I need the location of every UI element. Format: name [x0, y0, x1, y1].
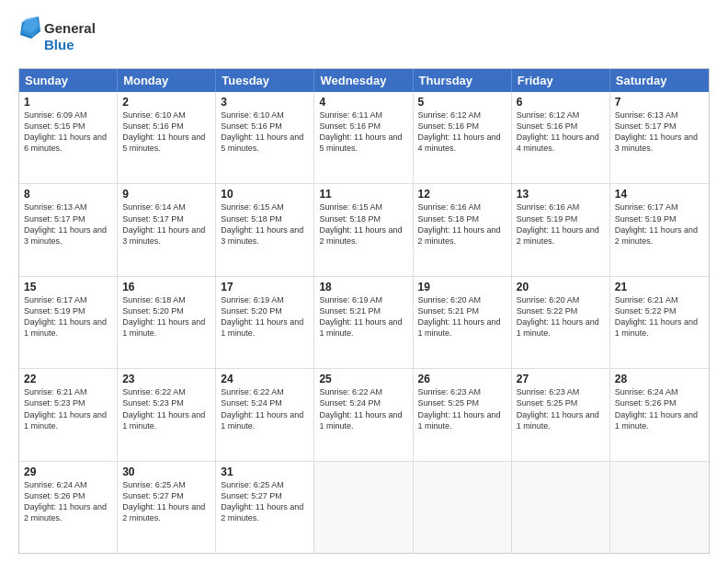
day-number: 28 [615, 373, 704, 385]
calendar-cell: 4 Sunrise: 6:11 AM Sunset: 5:16 PM Dayli… [314, 92, 413, 183]
calendar-cell: 17 Sunrise: 6:19 AM Sunset: 5:20 PM Dayl… [216, 277, 314, 368]
week-row-2: 8 Sunrise: 6:13 AM Sunset: 5:17 PM Dayli… [19, 183, 709, 275]
day-number: 19 [418, 281, 506, 293]
cell-info: Sunrise: 6:22 AM Sunset: 5:23 PM Dayligh… [122, 386, 210, 431]
week-row-5: 29 Sunrise: 6:24 AM Sunset: 5:26 PM Dayl… [19, 461, 709, 553]
calendar-cell: 2 Sunrise: 6:10 AM Sunset: 5:16 PM Dayli… [118, 92, 216, 183]
cell-info: Sunrise: 6:22 AM Sunset: 5:24 PM Dayligh… [319, 386, 407, 431]
cell-info: Sunrise: 6:18 AM Sunset: 5:20 PM Dayligh… [122, 294, 210, 339]
week-row-1: 1 Sunrise: 6:09 AM Sunset: 5:15 PM Dayli… [19, 92, 709, 183]
day-number: 13 [517, 188, 605, 201]
calendar-cell: 5 Sunrise: 6:12 AM Sunset: 5:16 PM Dayli… [414, 92, 512, 183]
day-number: 7 [615, 96, 704, 109]
cell-info: Sunrise: 6:09 AM Sunset: 5:15 PM Dayligh… [24, 109, 112, 155]
day-number: 6 [517, 96, 605, 109]
header-thursday: Thursday [414, 69, 512, 92]
cell-info: Sunrise: 6:10 AM Sunset: 5:16 PM Dayligh… [122, 109, 210, 155]
cell-info: Sunrise: 6:13 AM Sunset: 5:17 PM Dayligh… [615, 109, 704, 155]
week-row-3: 15 Sunrise: 6:17 AM Sunset: 5:19 PM Dayl… [19, 276, 709, 368]
day-number: 27 [517, 373, 605, 385]
header-saturday: Saturday [610, 69, 709, 92]
calendar-cell [610, 462, 709, 553]
header-tuesday: Tuesday [216, 69, 314, 92]
calendar-cell [314, 462, 413, 553]
calendar-cell: 28 Sunrise: 6:24 AM Sunset: 5:26 PM Dayl… [610, 369, 709, 460]
cell-info: Sunrise: 6:24 AM Sunset: 5:26 PM Dayligh… [24, 479, 112, 524]
cell-info: Sunrise: 6:19 AM Sunset: 5:20 PM Dayligh… [221, 294, 309, 339]
cell-info: Sunrise: 6:23 AM Sunset: 5:25 PM Dayligh… [517, 386, 605, 431]
day-number: 22 [24, 373, 112, 385]
calendar-cell: 16 Sunrise: 6:18 AM Sunset: 5:20 PM Dayl… [118, 277, 216, 368]
calendar-cell: 26 Sunrise: 6:23 AM Sunset: 5:25 PM Dayl… [414, 369, 512, 460]
day-number: 8 [24, 188, 112, 201]
calendar-cell: 21 Sunrise: 6:21 AM Sunset: 5:22 PM Dayl… [610, 277, 709, 368]
header-sunday: Sunday [19, 69, 118, 92]
calendar-cell: 9 Sunrise: 6:14 AM Sunset: 5:17 PM Dayli… [118, 184, 216, 275]
calendar-cell [414, 462, 512, 553]
cell-info: Sunrise: 6:21 AM Sunset: 5:22 PM Dayligh… [615, 294, 704, 339]
day-number: 21 [615, 281, 704, 293]
cell-info: Sunrise: 6:23 AM Sunset: 5:25 PM Dayligh… [418, 386, 506, 431]
day-number: 17 [221, 281, 309, 293]
day-number: 24 [221, 373, 309, 385]
calendar-cell: 24 Sunrise: 6:22 AM Sunset: 5:24 PM Dayl… [216, 369, 314, 460]
calendar-cell: 6 Sunrise: 6:12 AM Sunset: 5:16 PM Dayli… [512, 92, 610, 183]
svg-text:Blue: Blue [44, 37, 74, 52]
svg-text:General: General [44, 20, 96, 36]
cell-info: Sunrise: 6:24 AM Sunset: 5:26 PM Dayligh… [615, 386, 704, 431]
week-row-4: 22 Sunrise: 6:21 AM Sunset: 5:23 PM Dayl… [19, 368, 709, 460]
cell-info: Sunrise: 6:16 AM Sunset: 5:19 PM Dayligh… [517, 201, 605, 247]
cell-info: Sunrise: 6:21 AM Sunset: 5:23 PM Dayligh… [24, 386, 112, 431]
day-number: 23 [122, 373, 210, 385]
cell-info: Sunrise: 6:17 AM Sunset: 5:19 PM Dayligh… [615, 201, 704, 247]
day-number: 30 [122, 465, 210, 478]
day-number: 16 [122, 281, 210, 293]
generalblue-logo: General Blue [18, 15, 101, 61]
cell-info: Sunrise: 6:19 AM Sunset: 5:21 PM Dayligh… [319, 294, 407, 339]
calendar-cell: 25 Sunrise: 6:22 AM Sunset: 5:24 PM Dayl… [314, 369, 413, 460]
cell-info: Sunrise: 6:22 AM Sunset: 5:24 PM Dayligh… [221, 386, 309, 431]
calendar-cell: 7 Sunrise: 6:13 AM Sunset: 5:17 PM Dayli… [610, 92, 709, 183]
calendar-cell: 15 Sunrise: 6:17 AM Sunset: 5:19 PM Dayl… [19, 277, 118, 368]
calendar-cell: 3 Sunrise: 6:10 AM Sunset: 5:16 PM Dayli… [216, 92, 314, 183]
cell-info: Sunrise: 6:15 AM Sunset: 5:18 PM Dayligh… [319, 201, 407, 247]
cell-info: Sunrise: 6:12 AM Sunset: 5:16 PM Dayligh… [517, 109, 605, 155]
page: General Blue Sunday Monday Tuesday Wedne… [0, 0, 728, 563]
cell-info: Sunrise: 6:10 AM Sunset: 5:16 PM Dayligh… [221, 109, 309, 155]
calendar-cell: 30 Sunrise: 6:25 AM Sunset: 5:27 PM Dayl… [118, 462, 216, 553]
calendar-cell: 29 Sunrise: 6:24 AM Sunset: 5:26 PM Dayl… [19, 462, 118, 553]
calendar-cell: 19 Sunrise: 6:20 AM Sunset: 5:21 PM Dayl… [414, 277, 512, 368]
day-number: 10 [221, 188, 309, 201]
day-number: 1 [24, 96, 112, 109]
calendar-cell: 1 Sunrise: 6:09 AM Sunset: 5:15 PM Dayli… [19, 92, 118, 183]
logo: General Blue [18, 15, 101, 61]
cell-info: Sunrise: 6:15 AM Sunset: 5:18 PM Dayligh… [221, 201, 309, 247]
cell-info: Sunrise: 6:13 AM Sunset: 5:17 PM Dayligh… [24, 201, 112, 247]
calendar-cell: 18 Sunrise: 6:19 AM Sunset: 5:21 PM Dayl… [314, 277, 413, 368]
day-number: 3 [221, 96, 309, 109]
cell-info: Sunrise: 6:17 AM Sunset: 5:19 PM Dayligh… [24, 294, 112, 339]
cell-info: Sunrise: 6:16 AM Sunset: 5:18 PM Dayligh… [418, 201, 506, 247]
header-friday: Friday [512, 69, 610, 92]
day-number: 5 [418, 96, 506, 109]
calendar-header: Sunday Monday Tuesday Wednesday Thursday… [19, 69, 709, 92]
day-number: 2 [122, 96, 210, 109]
calendar: Sunday Monday Tuesday Wednesday Thursday… [18, 68, 710, 554]
header: General Blue [18, 15, 710, 61]
calendar-cell: 27 Sunrise: 6:23 AM Sunset: 5:25 PM Dayl… [512, 369, 610, 460]
header-monday: Monday [118, 69, 216, 92]
day-number: 12 [418, 188, 506, 201]
cell-info: Sunrise: 6:25 AM Sunset: 5:27 PM Dayligh… [122, 479, 210, 524]
day-number: 26 [418, 373, 506, 385]
calendar-cell: 8 Sunrise: 6:13 AM Sunset: 5:17 PM Dayli… [19, 184, 118, 275]
cell-info: Sunrise: 6:20 AM Sunset: 5:22 PM Dayligh… [517, 294, 605, 339]
cell-info: Sunrise: 6:14 AM Sunset: 5:17 PM Dayligh… [122, 201, 210, 247]
calendar-cell: 11 Sunrise: 6:15 AM Sunset: 5:18 PM Dayl… [314, 184, 413, 275]
day-number: 18 [319, 281, 407, 293]
day-number: 25 [319, 373, 407, 385]
cell-info: Sunrise: 6:11 AM Sunset: 5:16 PM Dayligh… [319, 109, 407, 155]
calendar-cell: 22 Sunrise: 6:21 AM Sunset: 5:23 PM Dayl… [19, 369, 118, 460]
header-wednesday: Wednesday [314, 69, 413, 92]
calendar-cell: 20 Sunrise: 6:20 AM Sunset: 5:22 PM Dayl… [512, 277, 610, 368]
calendar-cell: 14 Sunrise: 6:17 AM Sunset: 5:19 PM Dayl… [610, 184, 709, 275]
